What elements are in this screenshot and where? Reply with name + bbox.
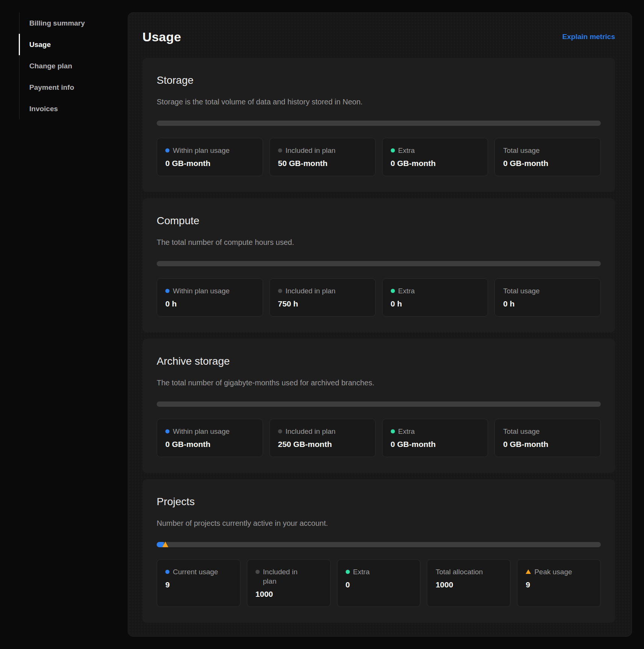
stat-projects-extra: Extra 0	[337, 559, 421, 607]
stat-compute-within-plan-usage: Within plan usage 0 h	[157, 278, 263, 317]
panel-header: Usage Explain metrics	[142, 29, 615, 45]
stat-value: 0 GB-month	[503, 439, 592, 449]
stat-label: Extra	[391, 286, 480, 296]
page-title: Usage	[142, 29, 181, 45]
stat-value: 1000	[435, 580, 502, 590]
stat-label: Total usage	[503, 427, 592, 436]
card-archive-storage: Archive storage The total number of giga…	[142, 339, 615, 473]
stat-label: Within plan usage	[165, 286, 254, 296]
stat-label: Included in plan	[278, 146, 367, 155]
sidebar-item-change-plan[interactable]: Change plan	[20, 55, 117, 77]
stat-value: 0	[346, 580, 412, 590]
stat-label-text: Extra	[398, 286, 415, 296]
usage-progress-bar	[157, 261, 601, 266]
usage-progress-bar	[157, 401, 601, 407]
stat-value: 1000	[255, 589, 322, 599]
stat-projects-peak-usage: Peak usage 9	[517, 559, 601, 607]
legend-dot-icon	[391, 289, 395, 293]
stat-label-text: Total usage	[503, 427, 540, 436]
stat-archive-storage-included-in-plan: Included in plan 250 GB-month	[269, 419, 376, 457]
sidebar-item-invoices[interactable]: Invoices	[20, 98, 117, 119]
legend-dot-icon	[165, 570, 169, 574]
card-title: Projects	[157, 495, 601, 509]
stat-value: 0 GB-month	[391, 439, 480, 449]
stat-label-text: Total usage	[503, 146, 540, 155]
card-title: Compute	[157, 214, 601, 228]
sidebar-item-label: Usage	[29, 41, 51, 48]
stat-compute-extra: Extra 0 h	[382, 278, 488, 317]
card-description: The total number of compute hours used.	[157, 237, 601, 248]
legend-dot-icon	[278, 429, 282, 433]
peak-usage-marker-icon	[162, 542, 168, 547]
stat-value: 50 GB-month	[278, 158, 367, 168]
stat-label-text: Within plan usage	[173, 146, 230, 155]
sidebar-item-payment-info[interactable]: Payment info	[20, 77, 117, 98]
cards-container: Storage Storage is the total volume of d…	[142, 58, 615, 623]
card-compute: Compute The total number of compute hour…	[142, 198, 615, 332]
stat-compute-total-usage: Total usage 0 h	[494, 278, 601, 317]
sidebar-item-label: Invoices	[29, 105, 58, 113]
stats-row: Within plan usage 0 GB-month Included in…	[157, 138, 601, 176]
sidebar: Billing summary Usage Change plan Paymen…	[19, 12, 117, 119]
stat-projects-included-in-plan: Included in plan 1000	[247, 559, 331, 607]
stat-value: 0 h	[165, 299, 254, 309]
usage-progress-bar	[157, 542, 601, 547]
sidebar-item-usage[interactable]: Usage	[20, 34, 117, 55]
stat-label-text: Included in plan	[286, 427, 336, 436]
stat-storage-extra: Extra 0 GB-month	[382, 138, 488, 176]
legend-dot-icon	[255, 570, 260, 574]
sidebar-item-label: Payment info	[29, 83, 74, 91]
card-description: The total number of gigabyte-months used…	[157, 378, 601, 388]
stat-value: 0 GB-month	[391, 158, 480, 168]
peak-triangle-icon	[526, 569, 531, 574]
card-storage: Storage Storage is the total volume of d…	[142, 58, 615, 192]
legend-dot-icon	[391, 429, 395, 433]
stat-label: Total allocation	[435, 567, 502, 577]
stat-label: Current usage	[165, 567, 232, 577]
legend-dot-icon	[346, 570, 350, 574]
stat-label: Within plan usage	[165, 146, 254, 155]
stat-label: Peak usage	[526, 567, 592, 577]
stat-label-text: Peak usage	[534, 567, 572, 577]
stat-label-text: Within plan usage	[173, 286, 230, 296]
legend-dot-icon	[391, 148, 395, 152]
stat-value: 750 h	[278, 299, 367, 309]
stat-projects-total-allocation: Total allocation 1000	[427, 559, 511, 607]
stat-label: Extra	[391, 146, 480, 155]
stat-projects-current-usage: Current usage 9	[157, 559, 240, 607]
stat-value: 0 GB-month	[165, 439, 254, 449]
stats-row: Within plan usage 0 h Included in plan 7…	[157, 278, 601, 317]
stat-label: Total usage	[503, 286, 592, 296]
explain-metrics-link[interactable]: Explain metrics	[562, 33, 615, 41]
stat-storage-within-plan-usage: Within plan usage 0 GB-month	[157, 138, 263, 176]
stat-label: Extra	[346, 567, 412, 577]
card-description: Storage is the total volume of data and …	[157, 97, 601, 107]
stat-label-text: Total usage	[503, 286, 540, 296]
stat-label-text: Extra	[398, 427, 415, 436]
stat-value: 250 GB-month	[278, 439, 367, 449]
stat-label-text: Included in plan	[263, 567, 298, 586]
stat-label: Included in plan	[278, 286, 367, 296]
sidebar-item-billing-summary[interactable]: Billing summary	[20, 12, 117, 34]
stat-storage-included-in-plan: Included in plan 50 GB-month	[269, 138, 376, 176]
stat-archive-storage-total-usage: Total usage 0 GB-month	[494, 419, 601, 457]
stat-label-text: Within plan usage	[173, 427, 230, 436]
stat-label: Within plan usage	[165, 427, 254, 436]
sidebar-item-label: Change plan	[29, 62, 72, 70]
stat-label-text: Extra	[398, 146, 415, 155]
stat-label: Total usage	[503, 146, 592, 155]
sidebar-item-label: Billing summary	[29, 19, 85, 27]
legend-dot-icon	[165, 148, 169, 152]
stat-label-text: Total allocation	[435, 567, 483, 577]
stat-label: Extra	[391, 427, 480, 436]
stat-value: 0 GB-month	[503, 158, 592, 168]
stats-row: Current usage 9 Included in plan 1000 Ex…	[157, 559, 601, 607]
legend-dot-icon	[165, 289, 169, 293]
legend-dot-icon	[278, 148, 282, 152]
stat-label-text: Included in plan	[286, 286, 336, 296]
stat-value: 9	[526, 580, 592, 590]
stat-label-text: Extra	[353, 567, 370, 577]
stat-archive-storage-extra: Extra 0 GB-month	[382, 419, 488, 457]
usage-progress-bar	[157, 121, 601, 126]
stats-row: Within plan usage 0 GB-month Included in…	[157, 419, 601, 457]
